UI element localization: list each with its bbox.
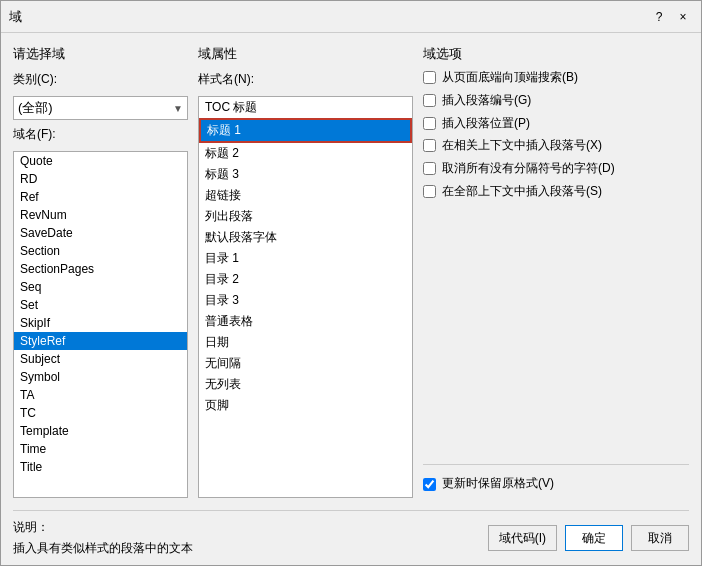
option-label[interactable]: 插入段落位置(P) <box>442 115 530 132</box>
style-list-item[interactable]: 目录 1 <box>199 248 412 269</box>
field-list-item[interactable]: Seq <box>14 278 187 296</box>
field-list-item[interactable]: Ref <box>14 188 187 206</box>
title-bar: 域 ? × <box>1 1 701 33</box>
field-list-item[interactable]: SaveDate <box>14 224 187 242</box>
option-label[interactable]: 插入段落编号(G) <box>442 92 531 109</box>
right-panel: 域选项 从页面底端向顶端搜索(B)插入段落编号(G)插入段落位置(P)在相关上下… <box>423 45 689 498</box>
options-list: 从页面底端向顶端搜索(B)插入段落编号(G)插入段落位置(P)在相关上下文中插入… <box>423 69 689 206</box>
style-list: TOC 标题标题 1标题 2标题 3超链接列出段落默认段落字体目录 1目录 2目… <box>199 97 412 416</box>
style-listbox[interactable]: TOC 标题标题 1标题 2标题 3超链接列出段落默认段落字体目录 1目录 2目… <box>198 96 413 498</box>
category-value: (全部) <box>18 99 53 117</box>
middle-panel: 域属性 样式名(N): TOC 标题标题 1标题 2标题 3超链接列出段落默认段… <box>198 45 413 498</box>
field-list-item[interactable]: Title <box>14 458 187 476</box>
option-label[interactable]: 在相关上下文中插入段落号(X) <box>442 137 602 154</box>
field-list-item[interactable]: RevNum <box>14 206 187 224</box>
field-list-item[interactable]: Quote <box>14 152 187 170</box>
explanation-title: 说明： <box>13 519 478 536</box>
field-list-item[interactable]: Set <box>14 296 187 314</box>
option-row: 在相关上下文中插入段落号(X) <box>423 137 689 154</box>
style-list-item[interactable]: 标题 1 <box>199 118 412 143</box>
category-label: 类别(C): <box>13 71 188 88</box>
field-list: QuoteRDRefRevNumSaveDateSectionSectionPa… <box>14 152 187 476</box>
preserve-format-checkbox[interactable] <box>423 478 436 491</box>
field-list-item[interactable]: StyleRef <box>14 332 187 350</box>
style-list-item[interactable]: 页脚 <box>199 395 412 416</box>
field-list-item[interactable]: Symbol <box>14 368 187 386</box>
field-list-item[interactable]: RD <box>14 170 187 188</box>
close-button[interactable]: × <box>673 7 693 27</box>
field-list-item[interactable]: Section <box>14 242 187 260</box>
style-list-item[interactable]: 日期 <box>199 332 412 353</box>
dialog-body: 请选择域 类别(C): (全部) ▼ 域名(F): QuoteRDRefRevN… <box>1 33 701 510</box>
option-checkbox[interactable] <box>423 71 436 84</box>
option-row: 在全部上下文中插入段落号(S) <box>423 183 689 200</box>
option-row: 插入段落位置(P) <box>423 115 689 132</box>
combo-arrow-icon: ▼ <box>173 103 183 114</box>
dialog-bottom: 说明： 插入具有类似样式的段落中的文本 域代码(I) 确定 取消 <box>1 511 701 565</box>
option-row: 插入段落编号(G) <box>423 92 689 109</box>
field-list-item[interactable]: SectionPages <box>14 260 187 278</box>
right-panel-title: 域选项 <box>423 45 689 63</box>
explanation-text: 插入具有类似样式的段落中的文本 <box>13 540 478 557</box>
middle-panel-title: 域属性 <box>198 45 413 63</box>
option-label[interactable]: 从页面底端向顶端搜索(B) <box>442 69 578 86</box>
option-checkbox[interactable] <box>423 162 436 175</box>
ok-button[interactable]: 确定 <box>565 525 623 551</box>
left-panel: 请选择域 类别(C): (全部) ▼ 域名(F): QuoteRDRefRevN… <box>13 45 188 498</box>
option-label[interactable]: 取消所有没有分隔符号的字符(D) <box>442 160 615 177</box>
field-list-item[interactable]: SkipIf <box>14 314 187 332</box>
style-list-item[interactable]: TOC 标题 <box>199 97 412 118</box>
field-list-item[interactable]: Subject <box>14 350 187 368</box>
field-list-item[interactable]: TA <box>14 386 187 404</box>
style-name-label: 样式名(N): <box>198 71 413 88</box>
style-list-item[interactable]: 默认段落字体 <box>199 227 412 248</box>
field-list-item[interactable]: TC <box>14 404 187 422</box>
divider <box>423 464 689 465</box>
option-row: 从页面底端向顶端搜索(B) <box>423 69 689 86</box>
preserve-format-label[interactable]: 更新时保留原格式(V) <box>442 475 554 492</box>
dialog: 域 ? × 请选择域 类别(C): (全部) ▼ 域名(F): QuoteRDR… <box>0 0 702 566</box>
field-code-button[interactable]: 域代码(I) <box>488 525 557 551</box>
left-panel-title: 请选择域 <box>13 45 188 63</box>
option-checkbox[interactable] <box>423 94 436 107</box>
style-list-item[interactable]: 无间隔 <box>199 353 412 374</box>
title-bar-controls: ? × <box>649 7 693 27</box>
option-label[interactable]: 在全部上下文中插入段落号(S) <box>442 183 602 200</box>
option-checkbox[interactable] <box>423 117 436 130</box>
option-checkbox[interactable] <box>423 139 436 152</box>
field-list-item[interactable]: Template <box>14 422 187 440</box>
dialog-title: 域 <box>9 8 22 26</box>
explanation-box: 说明： 插入具有类似样式的段落中的文本 <box>13 519 478 557</box>
field-name-label: 域名(F): <box>13 126 188 143</box>
style-list-item[interactable]: 目录 3 <box>199 290 412 311</box>
style-list-item[interactable]: 无列表 <box>199 374 412 395</box>
style-list-item[interactable]: 标题 3 <box>199 164 412 185</box>
style-list-item[interactable]: 目录 2 <box>199 269 412 290</box>
style-list-item[interactable]: 普通表格 <box>199 311 412 332</box>
category-combobox[interactable]: (全部) ▼ <box>13 96 188 120</box>
field-name-listbox[interactable]: QuoteRDRefRevNumSaveDateSectionSectionPa… <box>13 151 188 498</box>
style-list-item[interactable]: 超链接 <box>199 185 412 206</box>
style-list-item[interactable]: 列出段落 <box>199 206 412 227</box>
option-row: 取消所有没有分隔符号的字符(D) <box>423 160 689 177</box>
preserve-format-row: 更新时保留原格式(V) <box>423 475 689 492</box>
field-list-item[interactable]: Time <box>14 440 187 458</box>
help-button[interactable]: ? <box>649 7 669 27</box>
cancel-button[interactable]: 取消 <box>631 525 689 551</box>
bottom-buttons: 域代码(I) 确定 取消 <box>488 525 689 551</box>
style-list-item[interactable]: 标题 2 <box>199 143 412 164</box>
spacer <box>423 210 689 454</box>
option-checkbox[interactable] <box>423 185 436 198</box>
